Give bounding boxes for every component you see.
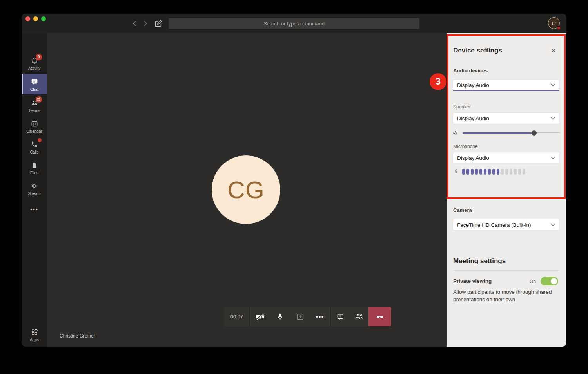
close-icon: ✕ — [551, 47, 556, 54]
chevron-down-icon — [550, 156, 555, 159]
sidebar-more-button[interactable]: ••• — [22, 206, 47, 213]
meeting-control-bar: 00:07 ••• — [224, 307, 391, 326]
apps-grid-icon — [31, 328, 38, 336]
speaker-volume-row — [452, 129, 560, 136]
audio-devices-label: Audio devices — [453, 68, 488, 74]
mic-level-icon — [453, 168, 459, 175]
volume-slider-knob[interactable] — [532, 130, 537, 136]
chat-panel-button[interactable] — [330, 307, 349, 326]
camera-off-icon — [255, 313, 265, 321]
presence-busy-dot — [557, 26, 561, 30]
mic-level-bar — [466, 169, 469, 175]
mic-level-bar — [510, 169, 512, 175]
chat-bubble-icon — [30, 78, 39, 86]
mic-level-row — [453, 168, 525, 175]
hang-up-button[interactable] — [368, 307, 391, 326]
more-options-button[interactable]: ••• — [310, 307, 330, 326]
sidebar-label: Activity — [28, 66, 41, 70]
section-divider — [453, 270, 559, 271]
sidebar-item-apps[interactable]: Apps — [22, 324, 47, 345]
sidebar-item-activity[interactable]: 9 Activity — [22, 53, 47, 73]
mic-level-bar — [505, 169, 508, 175]
audio-devices-dropdown[interactable]: Display Audio — [453, 80, 559, 91]
mic-level-bar — [518, 169, 521, 175]
new-chat-button[interactable] — [154, 19, 163, 28]
share-screen-button[interactable] — [290, 307, 310, 326]
back-button[interactable] — [131, 20, 138, 27]
zoom-window-button[interactable] — [41, 16, 46, 21]
volume-slider[interactable] — [463, 129, 560, 136]
sidebar-label: Calendar — [26, 129, 42, 134]
camera-dropdown[interactable]: FaceTime HD Camera (Built-in) — [453, 219, 559, 230]
teams-window: F/ 9 Activity Chat @ — [22, 14, 566, 347]
mic-level-bar — [484, 169, 486, 175]
sidebar-item-files[interactable]: Files — [22, 157, 47, 178]
hang-up-icon — [375, 312, 385, 322]
participant-avatar: CG — [212, 155, 280, 224]
sidebar-item-help[interactable]: Help — [22, 345, 47, 347]
speaker-label: Speaker — [453, 104, 471, 110]
annotation-step-badge: 3 — [430, 73, 446, 90]
minimize-window-button[interactable] — [33, 16, 38, 21]
mic-level-bar — [514, 169, 517, 175]
more-dots-icon: ••• — [30, 206, 38, 213]
panel-title: Device settings — [453, 47, 502, 54]
sidebar-label: Apps — [30, 338, 39, 342]
app-sidebar: 9 Activity Chat @ Teams — [22, 33, 47, 347]
chevron-down-icon — [550, 117, 555, 120]
stream-icon — [30, 182, 39, 190]
ellipsis-icon: ••• — [316, 313, 325, 320]
compose-icon — [154, 19, 163, 28]
camera-value: FaceTime HD Camera (Built-in) — [457, 222, 550, 228]
mic-level-bar — [497, 169, 499, 175]
private-viewing-label: Private viewing — [453, 278, 492, 284]
microphone-dropdown[interactable]: Display Audio — [453, 152, 559, 163]
activity-badge: 9 — [36, 54, 42, 60]
title-bar: F/ — [22, 14, 566, 33]
mic-level-bar — [501, 169, 504, 175]
chevron-down-icon — [550, 223, 555, 226]
camera-label: Camera — [453, 207, 472, 213]
participant-initials: CG — [227, 176, 265, 204]
sidebar-item-calls[interactable]: Calls — [22, 137, 47, 157]
audio-devices-value: Display Audio — [457, 82, 550, 88]
mic-level-bar — [523, 169, 525, 175]
microphone-label: Microphone — [453, 144, 478, 149]
chevron-left-icon — [132, 20, 136, 27]
meeting-stage: CG Christine Greiner 00:07 ••• — [47, 33, 447, 347]
close-panel-button[interactable]: ✕ — [550, 47, 557, 54]
mic-level-bar — [492, 169, 495, 175]
mic-toggle-button[interactable] — [270, 307, 290, 326]
forward-button[interactable] — [142, 20, 149, 27]
file-icon — [31, 162, 38, 169]
microphone-icon — [276, 313, 284, 321]
window-controls — [25, 16, 46, 21]
mic-level-bar — [471, 169, 474, 175]
microphone-value: Display Audio — [457, 155, 550, 161]
sidebar-label: Calls — [30, 150, 38, 154]
search-input[interactable] — [169, 18, 419, 29]
participants-button[interactable] — [349, 307, 368, 326]
calendar-icon — [31, 120, 38, 128]
private-viewing-description: Allow participants to move through share… — [453, 288, 556, 303]
sidebar-item-stream[interactable]: Stream — [22, 178, 47, 199]
camera-toggle-button[interactable] — [250, 307, 270, 326]
share-screen-icon — [296, 313, 305, 321]
volume-slider-fill — [463, 132, 534, 134]
sidebar-item-teams[interactable]: @ Teams — [22, 95, 47, 116]
sidebar-item-calendar[interactable]: Calendar — [22, 116, 47, 136]
teams-badge: @ — [36, 96, 42, 103]
phone-icon — [31, 141, 38, 148]
annotation-step-number: 3 — [436, 76, 441, 87]
chevron-right-icon — [143, 20, 147, 27]
private-viewing-toggle[interactable] — [541, 277, 558, 285]
sidebar-label: Files — [30, 171, 38, 175]
mic-level-bar — [462, 169, 465, 175]
close-window-button[interactable] — [25, 16, 30, 21]
speaker-dropdown[interactable]: Display Audio — [453, 113, 559, 124]
chat-lines-icon — [336, 313, 344, 321]
sidebar-item-chat[interactable]: Chat — [22, 74, 47, 94]
meeting-settings-title: Meeting settings — [453, 257, 506, 265]
speaker-value: Display Audio — [457, 116, 550, 121]
participants-icon — [354, 312, 363, 321]
